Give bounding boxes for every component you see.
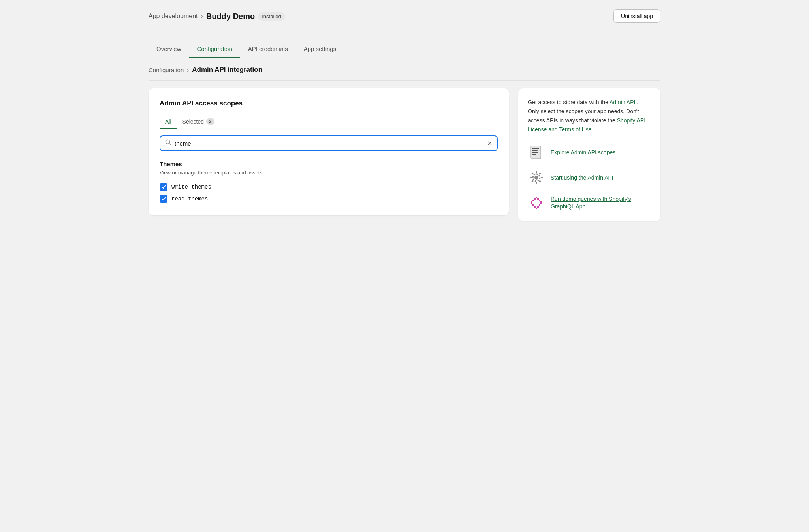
scope-list: write_themes read_themes (160, 183, 498, 203)
svg-rect-26 (534, 206, 536, 208)
svg-rect-20 (532, 200, 534, 201)
desc-text-3: . (593, 126, 595, 133)
run-demo-queries-link[interactable]: Run demo queries with Shopify's GraphiQL… (551, 195, 651, 211)
filter-tab-selected-label: Selected (182, 118, 204, 125)
installed-badge: Installed (258, 12, 285, 21)
explore-api-scopes-icon (528, 144, 545, 161)
svg-rect-6 (532, 154, 536, 155)
svg-rect-25 (539, 204, 540, 206)
breadcrumb-chevron-icon: › (201, 13, 203, 20)
results-section: Themes View or manage theme templates an… (160, 159, 498, 203)
search-box: ✕ (160, 135, 498, 151)
svg-rect-9 (536, 171, 537, 173)
start-admin-api-link[interactable]: Start using the Admin API (551, 174, 613, 182)
write-themes-checkbox[interactable] (160, 183, 167, 191)
search-input[interactable] (175, 140, 484, 147)
svg-rect-21 (539, 200, 540, 201)
svg-rect-4 (532, 150, 538, 151)
svg-line-1 (169, 144, 171, 145)
tab-overview[interactable]: Overview (149, 41, 189, 58)
sub-breadcrumb-parent[interactable]: Configuration (149, 67, 184, 73)
sub-breadcrumb: Configuration › Admin API integration (149, 58, 660, 80)
right-links: Explore Admin API scopes (528, 144, 651, 212)
sub-breadcrumb-current: Admin API integration (192, 66, 262, 74)
svg-point-7 (534, 176, 538, 180)
page-wrapper: App development › Buddy Demo Installed U… (136, 0, 673, 532)
search-clear-icon[interactable]: ✕ (487, 140, 492, 147)
explore-api-scopes-link[interactable]: Explore Admin API scopes (551, 149, 615, 157)
svg-rect-18 (534, 198, 536, 200)
breadcrumb-current: Buddy Demo (206, 12, 255, 21)
svg-rect-13 (531, 173, 534, 175)
sub-divider (149, 80, 660, 81)
main-layout: Admin API access scopes All Selected 2 (149, 88, 660, 221)
breadcrumb: App development › Buddy Demo Installed (149, 12, 285, 21)
svg-rect-28 (536, 208, 537, 209)
run-demo-queries-icon (528, 194, 545, 212)
section-label: Themes (160, 161, 498, 167)
sub-breadcrumb-chevron-icon: › (187, 67, 189, 73)
right-card: Get access to store data with the Admin … (518, 88, 660, 221)
svg-rect-24 (532, 204, 534, 206)
tab-api-credentials[interactable]: API credentials (240, 41, 296, 58)
card-title: Admin API access scopes (160, 99, 498, 107)
desc-text-1: Get access to store data with the (528, 99, 610, 105)
svg-rect-14 (539, 173, 541, 175)
read-themes-label: read_themes (171, 196, 208, 202)
filter-tab-all[interactable]: All (160, 115, 177, 129)
svg-rect-23 (540, 201, 542, 204)
breadcrumb-parent[interactable]: App development (149, 13, 198, 20)
section-desc: View or manage theme templates and asset… (160, 169, 498, 177)
right-card-description: Get access to store data with the Admin … (528, 98, 651, 134)
selected-count-badge: 2 (206, 118, 214, 125)
search-icon (165, 139, 171, 147)
svg-rect-12 (541, 177, 543, 178)
svg-rect-27 (537, 206, 539, 208)
scope-item-read: read_themes (160, 195, 498, 203)
svg-rect-11 (530, 177, 532, 178)
scope-item-write: write_themes (160, 183, 498, 191)
svg-rect-3 (532, 148, 539, 149)
tabs-container: Overview Configuration API credentials A… (149, 41, 660, 58)
start-admin-api-icon (528, 169, 545, 186)
explore-api-scopes-item: Explore Admin API scopes (528, 144, 651, 161)
left-card: Admin API access scopes All Selected 2 (149, 88, 509, 215)
svg-rect-10 (536, 182, 537, 184)
filter-tab-all-label: All (165, 118, 171, 125)
header: App development › Buddy Demo Installed U… (149, 9, 660, 31)
start-admin-api-item: Start using the Admin API (528, 169, 651, 186)
svg-rect-22 (531, 201, 532, 204)
tab-configuration[interactable]: Configuration (189, 41, 240, 58)
filter-tab-selected[interactable]: Selected 2 (177, 115, 220, 129)
svg-rect-19 (537, 198, 539, 200)
svg-rect-17 (536, 197, 537, 198)
admin-api-link[interactable]: Admin API (610, 99, 635, 105)
svg-rect-5 (532, 152, 538, 153)
svg-rect-15 (531, 180, 534, 183)
read-themes-checkbox[interactable] (160, 195, 167, 203)
write-themes-label: write_themes (171, 184, 211, 190)
main-tabs: Overview Configuration API credentials A… (149, 41, 660, 58)
tab-app-settings[interactable]: App settings (296, 41, 344, 58)
uninstall-app-button[interactable]: Uninstall app (613, 9, 660, 23)
filter-tabs: All Selected 2 (160, 115, 498, 129)
run-demo-queries-item: Run demo queries with Shopify's GraphiQL… (528, 194, 651, 212)
